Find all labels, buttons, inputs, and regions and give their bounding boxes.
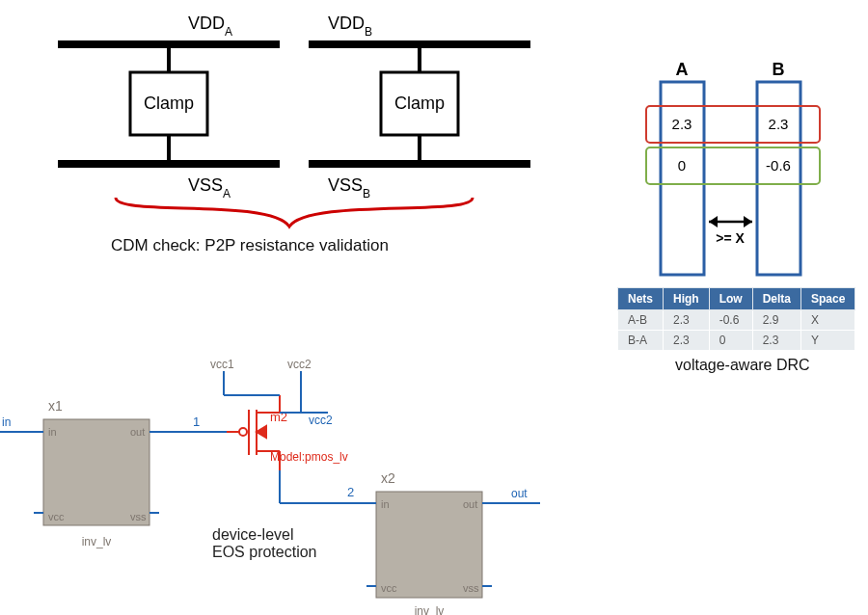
drc-th-space: Space	[801, 288, 855, 310]
drc-r2-b: -0.6	[766, 157, 791, 174]
drc-th-delta: Delta	[752, 288, 800, 310]
svg-text:out: out	[130, 426, 145, 438]
drc-col-b: B	[773, 60, 785, 79]
x1-name: x1	[48, 398, 63, 414]
svg-text:vss: vss	[130, 511, 147, 522]
net-2-label: 2	[347, 485, 354, 499]
drc-th-low: Low	[709, 288, 752, 310]
svg-marker-15	[709, 216, 718, 227]
eos-schematic: x1 inv_lv in out vcc vss in x2 inv_lv in…	[0, 357, 579, 615]
drc-r2-a: 0	[678, 157, 686, 174]
diagram-canvas: { "domain": "Diagram", "top_schematic": …	[0, 0, 868, 615]
svg-point-38	[239, 428, 247, 436]
clamp-a-label: Clamp	[144, 94, 194, 113]
svg-text:in: in	[48, 426, 57, 438]
svg-text:vss: vss	[463, 582, 479, 594]
svg-rect-10	[661, 82, 704, 275]
drc-th-high: High	[664, 288, 710, 310]
vcc2-top-label: vcc2	[287, 358, 312, 371]
drc-table: Nets High Low Delta Space A-B 2.3 -0.6 2…	[617, 287, 855, 351]
svg-marker-16	[744, 216, 752, 227]
x2-type: inv_lv	[415, 604, 445, 615]
drc-caption: voltage-aware DRC	[675, 357, 810, 374]
table-row: B-A 2.3 0 2.3 Y	[618, 331, 855, 351]
m2-model: Model:pmos_lv	[270, 450, 348, 464]
drc-r1-b: 2.3	[769, 116, 789, 132]
svg-text:in: in	[381, 498, 390, 510]
eos-caption: device-level EOS protection	[212, 526, 317, 561]
svg-text:out: out	[463, 498, 477, 510]
ext-in-label: in	[2, 415, 11, 429]
vcc2-branch-label: vcc2	[309, 414, 333, 427]
vss-b-label: VSSB	[328, 175, 370, 201]
svg-text:vcc: vcc	[381, 582, 397, 594]
drc-columns: A B 2.3 2.3 0 -0.6 >= X	[617, 29, 858, 280]
drc-col-a: A	[676, 60, 689, 79]
cdm-caption: CDM check: P2P resistance validation	[111, 236, 389, 255]
x1-type: inv_lv	[82, 535, 112, 548]
drc-r1-a: 2.3	[672, 116, 692, 132]
vcc1-label: vcc1	[210, 358, 234, 371]
x2-name: x2	[381, 470, 395, 486]
svg-marker-45	[257, 426, 266, 438]
clamp-b-label: Clamp	[394, 94, 445, 113]
vss-a-label: VSSA	[188, 175, 231, 201]
table-row: A-B 2.3 -0.6 2.9 X	[618, 310, 855, 331]
ext-out-label: out	[511, 487, 528, 500]
svg-rect-11	[757, 82, 800, 275]
drc-spacing-label: >= X	[716, 230, 745, 246]
net-1-label: 1	[193, 414, 200, 429]
cdm-schematic: Clamp Clamp VDDA VDDB VSSA VSSB	[0, 0, 540, 251]
drc-th-nets: Nets	[618, 288, 664, 310]
svg-text:vcc: vcc	[48, 511, 65, 522]
vdd-a-label: VDDA	[188, 13, 232, 39]
vdd-b-label: VDDB	[328, 13, 372, 39]
